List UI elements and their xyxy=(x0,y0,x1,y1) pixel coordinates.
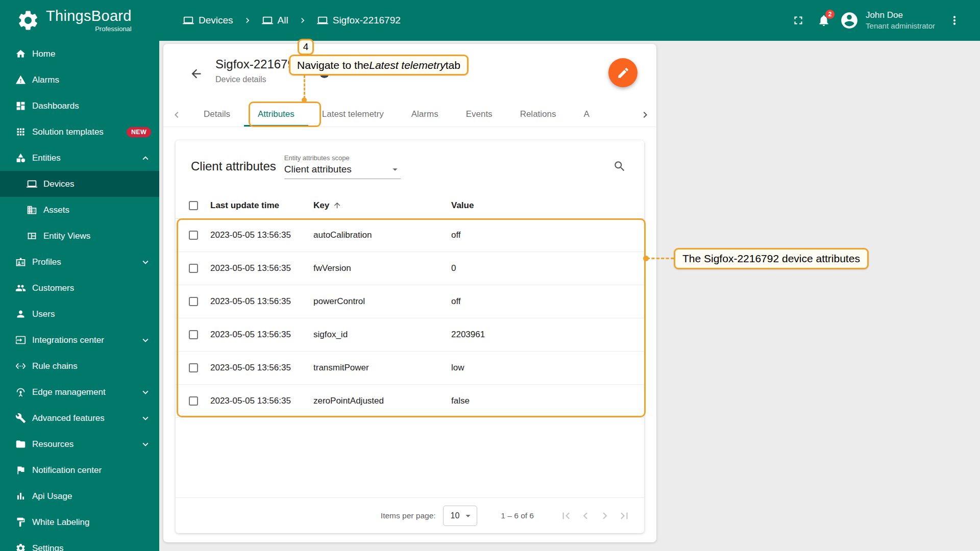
chevron-down-icon xyxy=(140,387,151,398)
attr-time-cell: 2023-05-05 13:56:35 xyxy=(210,263,313,273)
page-title: Sigfox-2216792 xyxy=(215,57,301,71)
row-checkbox[interactable] xyxy=(189,330,198,339)
column-header-last-update-time[interactable]: Last update time xyxy=(210,201,313,211)
rule-chains-icon xyxy=(15,361,26,371)
tab-events[interactable]: Events xyxy=(452,102,506,127)
attr-key-cell: autoCalibration xyxy=(313,230,451,240)
column-header-value[interactable]: Value xyxy=(451,201,644,211)
sidebar-item-advanced-features[interactable]: Advanced features xyxy=(0,405,159,431)
tab-audit[interactable]: A xyxy=(570,102,592,127)
row-checkbox[interactable] xyxy=(189,231,198,240)
last-page-button[interactable] xyxy=(615,506,634,525)
table-row[interactable]: 2023-05-05 13:56:35 powerControl off xyxy=(176,285,644,318)
back-button[interactable] xyxy=(186,63,206,84)
sidebar-item-label: Advanced features xyxy=(32,413,105,423)
sidebar-item-integrations-center[interactable]: Integrations center xyxy=(0,327,159,353)
sidebar-item-entity-views[interactable]: Entity Views xyxy=(0,223,159,249)
sidebar-item-dashboards[interactable]: Dashboards xyxy=(0,93,159,119)
search-button[interactable] xyxy=(608,155,631,178)
logo[interactable]: ThingsBoard Professional xyxy=(0,9,159,32)
edit-button[interactable] xyxy=(608,58,638,87)
sidebar-item-edge-management[interactable]: Edge management xyxy=(0,379,159,405)
sidebar-item-label: Settings xyxy=(32,543,63,551)
api-usage-icon xyxy=(15,491,26,502)
user-menu[interactable]: John Doe Tenant administrator xyxy=(866,10,935,31)
scope-value: Client attributes xyxy=(284,164,352,175)
sidebar-item-api-usage[interactable]: Api Usage xyxy=(0,483,159,509)
account-circle-icon xyxy=(840,11,859,30)
tab-details[interactable]: Details xyxy=(190,102,244,127)
sidebar-item-resources[interactable]: Resources xyxy=(0,431,159,457)
first-page-button[interactable] xyxy=(556,506,576,525)
kebab-menu-button[interactable] xyxy=(943,9,966,32)
chevron-right-icon xyxy=(639,109,651,121)
chevron-right-icon xyxy=(598,509,611,522)
attr-value-cell: 2203961 xyxy=(451,330,644,340)
alarm-icon xyxy=(15,74,26,85)
notifications-button[interactable]: 2 xyxy=(813,9,835,32)
sidebar-item-home[interactable]: Home xyxy=(0,41,159,67)
device-details-card: Sigfox-2216792 Device details Details At… xyxy=(163,44,656,542)
tabs-scroll-left-button[interactable] xyxy=(167,102,186,127)
entities-icon xyxy=(15,153,26,163)
breadcrumb-label: Sigfox-2216792 xyxy=(333,15,401,26)
devices-icon xyxy=(183,15,194,26)
next-page-button[interactable] xyxy=(595,506,615,525)
attributes-heading: Client attributes xyxy=(191,159,276,173)
items-per-page-select[interactable]: 10 xyxy=(443,506,478,526)
row-checkbox[interactable] xyxy=(189,297,198,306)
attributes-scope-select[interactable]: Entity attributes scope Client attribute… xyxy=(284,154,401,179)
sidebar-item-white-labeling[interactable]: White Labeling xyxy=(0,509,159,535)
chevron-up-icon xyxy=(140,153,151,164)
sidebar-item-customers[interactable]: Customers xyxy=(0,275,159,301)
sidebar-item-solution-templates[interactable]: Solution templates NEW xyxy=(0,119,159,145)
breadcrumb-all[interactable]: All xyxy=(262,15,288,26)
table-row[interactable]: 2023-05-05 13:56:35 autoCalibration off xyxy=(176,219,644,252)
avatar[interactable] xyxy=(838,9,861,32)
app-name: ThingsBoard xyxy=(46,9,132,23)
select-all-checkbox[interactable] xyxy=(189,201,198,210)
sidebar-item-devices[interactable]: Devices xyxy=(0,171,159,197)
sidebar-item-assets[interactable]: Assets xyxy=(0,197,159,223)
sidebar-item-label: Assets xyxy=(43,205,69,215)
breadcrumb-devices[interactable]: Devices xyxy=(183,15,233,26)
column-header-key[interactable]: Key xyxy=(313,201,451,211)
thingsboard-app: ThingsBoard Professional Devices All Sig… xyxy=(0,0,980,551)
notification-center-icon xyxy=(15,465,26,475)
tab-attributes[interactable]: Attributes xyxy=(244,102,308,127)
tabs-scroll-right-button[interactable] xyxy=(636,102,654,127)
sidebar-item-label: Entities xyxy=(32,153,61,163)
sidebar-item-rule-chains[interactable]: Rule chains xyxy=(0,353,159,379)
sidebar-item-alarms[interactable]: Alarms xyxy=(0,67,159,93)
table-row[interactable]: 2023-05-05 13:56:35 sigfox_id 2203961 xyxy=(176,318,644,352)
row-checkbox[interactable] xyxy=(189,396,198,406)
breadcrumb-device[interactable]: Sigfox-2216792 xyxy=(317,15,401,26)
attr-key-cell: fwVersion xyxy=(313,263,451,273)
sidebar-item-profiles[interactable]: Profiles xyxy=(0,249,159,275)
tab-alarms[interactable]: Alarms xyxy=(398,102,452,127)
table-row[interactable]: 2023-05-05 13:56:35 zeroPointAdjusted fa… xyxy=(176,385,644,418)
sidebar-item-entities[interactable]: Entities xyxy=(0,145,159,171)
previous-page-button[interactable] xyxy=(576,506,595,525)
column-header-key-label: Key xyxy=(313,201,329,211)
devices-icon xyxy=(262,15,273,26)
sidebar-item-users[interactable]: Users xyxy=(0,301,159,327)
fullscreen-button[interactable] xyxy=(787,9,810,32)
chevron-left-icon xyxy=(579,509,592,522)
sidebar-item-notification-center[interactable]: Notification center xyxy=(0,457,159,483)
sidebar-item-label: Api Usage xyxy=(32,491,72,502)
attr-key-cell: transmitPower xyxy=(313,363,451,373)
edge-icon xyxy=(15,387,26,397)
row-checkbox[interactable] xyxy=(189,363,198,372)
sidebar-item-settings[interactable]: Settings xyxy=(0,535,159,551)
advanced-features-icon xyxy=(15,413,26,423)
page-subtitle: Device details xyxy=(215,75,301,84)
tab-relations[interactable]: Relations xyxy=(506,102,570,127)
table-header-row: Last update time Key Value xyxy=(176,192,644,219)
device-action-icon[interactable] xyxy=(320,68,329,78)
tab-latest-telemetry[interactable]: Latest telemetry xyxy=(308,102,398,127)
row-checkbox[interactable] xyxy=(189,264,198,273)
attr-value-cell: false xyxy=(451,396,644,406)
table-row[interactable]: 2023-05-05 13:56:35 transmitPower low xyxy=(176,352,644,385)
table-row[interactable]: 2023-05-05 13:56:35 fwVersion 0 xyxy=(176,252,644,285)
